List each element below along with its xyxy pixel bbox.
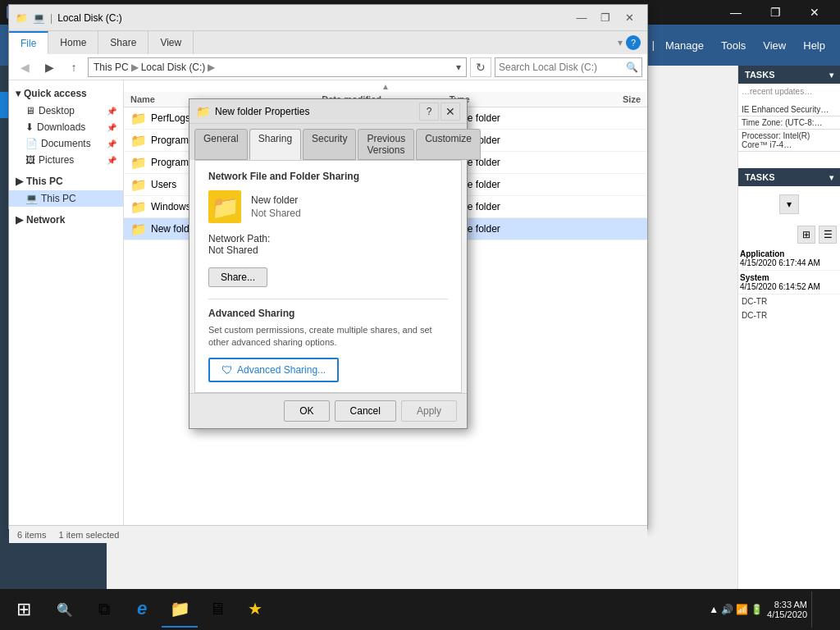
cancel-button[interactable]: Cancel [335,400,396,422]
dialog-tab-sharing[interactable]: Sharing [249,129,301,160]
dialog-overlay: 📁 New folder Properties ? ✕ General Shar… [0,0,840,630]
dialog-tab-customize[interactable]: Customize [416,129,481,160]
dialog-titlebar: 📁 New folder Properties ? ✕ [189,99,467,124]
dialog-footer: OK Cancel Apply [189,393,467,428]
share-button[interactable]: Share... [208,267,267,287]
network-sharing-title: Network File and Folder Sharing [208,171,448,182]
dialog-content: Network File and Folder Sharing 📁 New fo… [194,160,462,393]
folder-share-info: 📁 New folder Not Shared [208,190,448,223]
folder-big-icon: 📁 [208,190,241,223]
advanced-sharing-title: Advanced Sharing [208,308,448,319]
advanced-section: Advanced Sharing Set custom permissions,… [208,299,448,382]
dialog-close-button[interactable]: ✕ [441,103,460,121]
dialog-tabs: General Sharing Security Previous Versio… [189,124,467,160]
folder-share-details: New folder Not Shared [251,194,301,219]
network-path-field: Network Path: Not Shared [208,233,448,256]
properties-dialog: 📁 New folder Properties ? ✕ General Shar… [189,98,468,429]
advanced-sharing-desc: Set custom permissions, create multiple … [208,324,448,349]
shield-icon: 🛡 [221,363,233,377]
dialog-tab-security[interactable]: Security [303,129,356,160]
ok-button[interactable]: OK [284,400,329,422]
dialog-tab-previous-versions[interactable]: Previous Versions [358,129,414,160]
folder-share-name: New folder [251,194,301,206]
apply-button[interactable]: Apply [401,400,457,422]
network-path-value: Not Shared [208,244,258,256]
network-path-label: Network Path: [208,233,270,244]
advanced-sharing-button[interactable]: 🛡 Advanced Sharing... [208,358,339,382]
dialog-folder-icon: 📁 [196,105,210,118]
dialog-help-button[interactable]: ? [419,103,439,121]
folder-share-status: Not Shared [251,208,301,219]
dialog-controls: ? ✕ [419,103,460,121]
dialog-tab-general[interactable]: General [194,129,248,160]
advanced-sharing-btn-label: Advanced Sharing... [237,364,326,376]
dialog-title-text: New folder Properties [215,106,309,117]
dialog-title: 📁 New folder Properties [196,105,419,118]
